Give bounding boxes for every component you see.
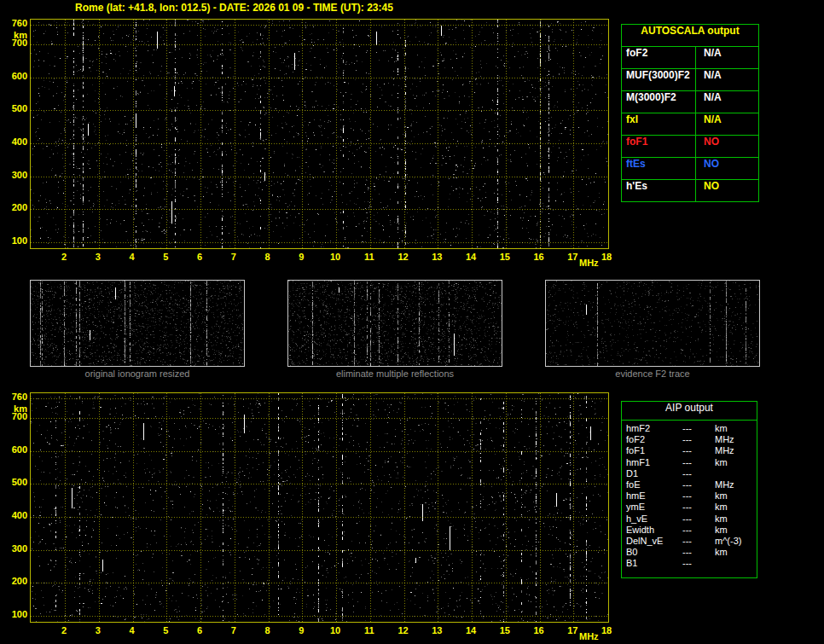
autoscala-row-value: N/A xyxy=(696,113,758,135)
x-tick-label: 11 xyxy=(358,625,380,635)
x-tick-label: 14 xyxy=(460,252,482,262)
x-tick-label: 7 xyxy=(223,252,245,262)
aip-row: DelN_vE---m^(-3) xyxy=(622,536,757,547)
autoscala-row: ftEsNO xyxy=(622,158,758,180)
ionogram-canvas-top xyxy=(31,20,608,248)
aip-row-unit: km xyxy=(715,502,757,513)
ionogram-plot-top xyxy=(30,19,609,249)
aip-row-unit: km xyxy=(715,423,757,434)
aip-row-value: --- xyxy=(682,547,715,558)
x-tick-label: 16 xyxy=(528,625,550,635)
autoscala-row-value: N/A xyxy=(696,69,758,90)
autoscala-row-label: M(3000)F2 xyxy=(622,91,696,113)
thumbnail-original-ionogram xyxy=(30,280,245,367)
aip-row-name: h_vE xyxy=(622,513,682,525)
y-tick-label: 600 xyxy=(2,444,27,455)
x-tick-label: 15 xyxy=(494,252,516,262)
aip-row: ymE---km xyxy=(622,502,757,513)
aip-row-unit: MHz xyxy=(715,434,757,445)
x-axis-unit-label: MHz xyxy=(579,258,599,268)
aip-row-unit xyxy=(715,558,757,569)
aip-row-value: --- xyxy=(682,479,715,490)
aip-row: hmF2---km xyxy=(622,423,757,434)
autoscala-row-value: NO xyxy=(696,136,758,157)
aip-row-name: DelN_vE xyxy=(622,536,682,547)
x-tick-label: 6 xyxy=(189,625,211,635)
aip-row: B1--- xyxy=(622,558,757,569)
aip-row-unit: km xyxy=(715,513,757,525)
x-tick-label: 15 xyxy=(494,625,516,635)
aip-table-rows: hmF2---kmfoF2---MHzfoF1---MHzhmF1---kmD1… xyxy=(622,421,757,569)
autoscala-row-label: MUF(3000)F2 xyxy=(622,69,696,90)
autoscala-row: MUF(3000)F2N/A xyxy=(622,69,758,91)
aip-row-value: --- xyxy=(682,536,715,547)
autoscala-row-label: ftEs xyxy=(622,158,696,179)
thumbnail-caption-reflections: eliminate multiple reflections xyxy=(287,368,502,379)
aip-row: B0---km xyxy=(622,547,757,558)
thumbnail-canvas-reflections xyxy=(288,281,502,366)
autoscala-row-label: fxI xyxy=(622,113,696,135)
autoscala-table-header: AUTOSCALA output xyxy=(622,25,758,47)
aip-row-value: --- xyxy=(682,468,715,479)
thumbnail-canvas-evidence-f2 xyxy=(546,281,759,366)
aip-row-value: --- xyxy=(682,558,715,569)
aip-row-value: --- xyxy=(682,490,715,502)
aip-row-value: --- xyxy=(682,445,715,456)
aip-row-name: foF1 xyxy=(622,445,682,456)
x-tick-label: 4 xyxy=(121,252,143,262)
autoscala-row: foF2N/A xyxy=(622,47,758,69)
aip-row-name: foF2 xyxy=(622,434,682,445)
x-tick-label: 4 xyxy=(121,625,143,635)
aip-row-name: B1 xyxy=(622,558,682,569)
x-tick-label: 12 xyxy=(392,625,415,635)
autoscala-row-value: NO xyxy=(696,180,758,201)
x-tick-label: 10 xyxy=(324,625,346,635)
y-tick-label: 200 xyxy=(2,576,27,586)
ionogram-canvas-bottom xyxy=(31,393,608,622)
autoscala-row: M(3000)F2N/A xyxy=(622,91,758,113)
aip-row-value: --- xyxy=(682,434,715,445)
y-axis-unit-label: km xyxy=(2,403,27,414)
thumbnail-canvas-original xyxy=(31,281,244,366)
y-tick-label: 100 xyxy=(2,609,27,619)
x-tick-label: 7 xyxy=(223,625,245,635)
aip-row: D1--- xyxy=(622,468,757,479)
aip-row-unit: MHz xyxy=(715,479,757,490)
x-tick-label: 5 xyxy=(154,252,177,262)
aip-row-name: hmE xyxy=(622,490,682,502)
aip-row-unit: km xyxy=(715,547,757,558)
aip-table-header: AIP output xyxy=(622,402,757,421)
aip-output-table: AIP output hmF2---kmfoF2---MHzfoF1---MHz… xyxy=(621,401,757,578)
aip-row-unit: km xyxy=(715,525,757,536)
autoscala-table-rows: foF2N/AMUF(3000)F2N/AM(3000)F2N/AfxIN/Af… xyxy=(622,47,758,201)
x-tick-label: 2 xyxy=(53,252,75,262)
aip-row-name: D1 xyxy=(622,468,682,479)
x-tick-label: 12 xyxy=(392,252,415,262)
y-tick-label: 400 xyxy=(2,136,27,147)
autoscala-output-table: AUTOSCALA output foF2N/AMUF(3000)F2N/AM(… xyxy=(621,24,759,202)
aip-row-name: Ewidth xyxy=(622,525,682,536)
aip-row-name: B0 xyxy=(622,547,682,558)
x-tick-label: 14 xyxy=(460,625,482,635)
x-tick-label: 13 xyxy=(426,252,448,262)
aip-row-value: --- xyxy=(682,423,715,434)
thumbnail-eliminate-reflections xyxy=(287,280,502,367)
aip-row-name: hmF1 xyxy=(622,457,682,468)
aip-row-unit: MHz xyxy=(715,445,757,456)
autoscala-row-label: foF2 xyxy=(622,47,696,68)
x-axis-unit-label: MHz xyxy=(579,631,599,641)
y-tick-label: 500 xyxy=(2,477,27,487)
autoscala-row-label: h'Es xyxy=(622,180,696,201)
y-tick-label: 300 xyxy=(2,543,27,554)
aip-row: foF1---MHz xyxy=(622,445,757,456)
aip-row-unit: km xyxy=(715,490,757,502)
autoscala-window: Rome (lat: +41.8, lon: 012.5) - DATE: 20… xyxy=(0,0,824,644)
x-tick-label: 13 xyxy=(426,625,448,635)
y-tick-label: 500 xyxy=(2,103,27,113)
y-tick-label: 600 xyxy=(2,71,27,81)
thumbnail-evidence-f2 xyxy=(545,280,760,367)
aip-row-value: --- xyxy=(682,513,715,525)
y-axis-unit-label: km xyxy=(2,30,27,40)
aip-row: foE---MHz xyxy=(622,479,757,490)
autoscala-row: fxIN/A xyxy=(622,113,758,136)
